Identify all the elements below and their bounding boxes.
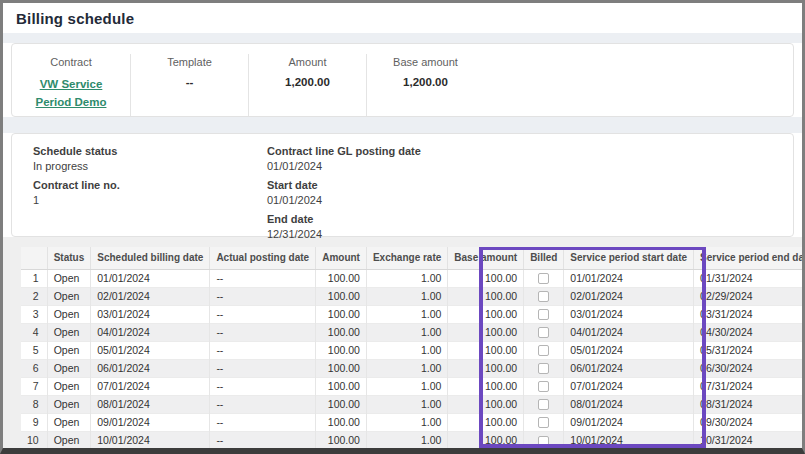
amount-cell[interactable]: 100.00 [316, 413, 367, 431]
billed-cell[interactable] [524, 395, 564, 413]
row-number-cell[interactable]: 6 [21, 359, 47, 377]
service-period-start-date-cell[interactable]: 07/01/2024 [564, 377, 694, 395]
status-cell[interactable]: Open [47, 341, 91, 359]
status-cell[interactable]: Open [47, 413, 91, 431]
base-amount-cell[interactable]: 100.00 [448, 323, 524, 341]
amount-cell[interactable]: 100.00 [316, 287, 367, 305]
service-period-end-date-cell[interactable]: 02/29/2024 [694, 287, 802, 305]
exchange-rate-cell[interactable]: 1.00 [366, 377, 447, 395]
billed-checkbox[interactable] [538, 381, 549, 392]
row-number-cell[interactable]: 8 [21, 395, 47, 413]
row-number-cell[interactable]: 1 [21, 269, 47, 287]
column-header-service-period-start-date[interactable]: Service period start date [564, 247, 694, 269]
exchange-rate-cell[interactable]: 1.00 [366, 341, 447, 359]
billed-cell[interactable] [524, 431, 564, 448]
base-amount-cell[interactable]: 100.00 [448, 287, 524, 305]
billed-checkbox[interactable] [538, 363, 549, 374]
actual-posting-date-cell[interactable]: -- [210, 395, 316, 413]
service-period-end-date-cell[interactable]: 08/31/2024 [694, 395, 802, 413]
service-period-end-date-cell[interactable]: 03/31/2024 [694, 305, 802, 323]
service-period-start-date-cell[interactable]: 10/01/2024 [564, 431, 694, 448]
base-amount-cell[interactable]: 100.00 [448, 395, 524, 413]
billed-cell[interactable] [524, 341, 564, 359]
billed-cell[interactable] [524, 269, 564, 287]
column-header-amount[interactable]: Amount [316, 247, 367, 269]
column-header-scheduled-billing-date[interactable]: Scheduled billing date [91, 247, 210, 269]
exchange-rate-cell[interactable]: 1.00 [366, 431, 447, 448]
amount-cell[interactable]: 100.00 [316, 305, 367, 323]
billed-checkbox[interactable] [538, 273, 549, 284]
column-header-base-amount[interactable]: Base amount [448, 247, 524, 269]
amount-cell[interactable]: 100.00 [316, 323, 367, 341]
billed-checkbox[interactable] [538, 345, 549, 356]
service-period-end-date-cell[interactable]: 01/31/2024 [694, 269, 802, 287]
actual-posting-date-cell[interactable]: -- [210, 323, 316, 341]
service-period-start-date-cell[interactable]: 06/01/2024 [564, 359, 694, 377]
exchange-rate-cell[interactable]: 1.00 [366, 323, 447, 341]
actual-posting-date-cell[interactable]: -- [210, 341, 316, 359]
billed-checkbox[interactable] [538, 417, 549, 428]
actual-posting-date-cell[interactable]: -- [210, 431, 316, 448]
exchange-rate-cell[interactable]: 1.00 [366, 359, 447, 377]
billed-cell[interactable] [524, 377, 564, 395]
table-row[interactable]: 9Open09/01/2024--100.001.00100.0009/01/2… [21, 413, 802, 431]
service-period-end-date-cell[interactable]: 07/31/2024 [694, 377, 802, 395]
column-header-actual-posting-date[interactable]: Actual posting date [210, 247, 316, 269]
row-number-cell[interactable]: 2 [21, 287, 47, 305]
column-header-service-period-end-date[interactable]: Service period end date [694, 247, 802, 269]
amount-cell[interactable]: 100.00 [316, 395, 367, 413]
column-header-billed[interactable]: Billed [524, 247, 564, 269]
actual-posting-date-cell[interactable]: -- [210, 305, 316, 323]
service-period-start-date-cell[interactable]: 08/01/2024 [564, 395, 694, 413]
amount-cell[interactable]: 100.00 [316, 359, 367, 377]
exchange-rate-cell[interactable]: 1.00 [366, 269, 447, 287]
scheduled-billing-date-cell[interactable]: 04/01/2024 [91, 323, 210, 341]
column-header-exchange-rate[interactable]: Exchange rate [366, 247, 447, 269]
table-row[interactable]: 10Open10/01/2024--100.001.00100.0010/01/… [21, 431, 802, 448]
row-number-cell[interactable]: 10 [21, 431, 47, 448]
status-cell[interactable]: Open [47, 305, 91, 323]
table-row[interactable]: 3Open03/01/2024--100.001.00100.0003/01/2… [21, 305, 802, 323]
contract-link[interactable]: VW Service Period Demo [28, 76, 114, 112]
service-period-start-date-cell[interactable]: 05/01/2024 [564, 341, 694, 359]
status-cell[interactable]: Open [47, 377, 91, 395]
exchange-rate-cell[interactable]: 1.00 [366, 395, 447, 413]
row-number-cell[interactable]: 3 [21, 305, 47, 323]
billed-checkbox[interactable] [538, 436, 549, 447]
actual-posting-date-cell[interactable]: -- [210, 413, 316, 431]
row-number-cell[interactable]: 9 [21, 413, 47, 431]
exchange-rate-cell[interactable]: 1.00 [366, 413, 447, 431]
table-row[interactable]: 1Open01/01/2024--100.001.00100.0001/01/2… [21, 269, 802, 287]
exchange-rate-cell[interactable]: 1.00 [366, 287, 447, 305]
status-cell[interactable]: Open [47, 269, 91, 287]
base-amount-cell[interactable]: 100.00 [448, 341, 524, 359]
billed-checkbox[interactable] [538, 327, 549, 338]
column-header-status[interactable]: Status [47, 247, 91, 269]
service-period-start-date-cell[interactable]: 01/01/2024 [564, 269, 694, 287]
actual-posting-date-cell[interactable]: -- [210, 359, 316, 377]
service-period-start-date-cell[interactable]: 09/01/2024 [564, 413, 694, 431]
exchange-rate-cell[interactable]: 1.00 [366, 305, 447, 323]
billed-cell[interactable] [524, 287, 564, 305]
scheduled-billing-date-cell[interactable]: 03/01/2024 [91, 305, 210, 323]
service-period-end-date-cell[interactable]: 05/31/2024 [694, 341, 802, 359]
service-period-start-date-cell[interactable]: 03/01/2024 [564, 305, 694, 323]
billed-checkbox[interactable] [538, 309, 549, 320]
status-cell[interactable]: Open [47, 395, 91, 413]
table-row[interactable]: 8Open08/01/2024--100.001.00100.0008/01/2… [21, 395, 802, 413]
scheduled-billing-date-cell[interactable]: 07/01/2024 [91, 377, 210, 395]
service-period-start-date-cell[interactable]: 02/01/2024 [564, 287, 694, 305]
row-number-cell[interactable]: 7 [21, 377, 47, 395]
actual-posting-date-cell[interactable]: -- [210, 269, 316, 287]
service-period-end-date-cell[interactable]: 10/31/2024 [694, 431, 802, 448]
service-period-start-date-cell[interactable]: 04/01/2024 [564, 323, 694, 341]
table-row[interactable]: 5Open05/01/2024--100.001.00100.0005/01/2… [21, 341, 802, 359]
scheduled-billing-date-cell[interactable]: 01/01/2024 [91, 269, 210, 287]
actual-posting-date-cell[interactable]: -- [210, 377, 316, 395]
base-amount-cell[interactable]: 100.00 [448, 359, 524, 377]
billed-cell[interactable] [524, 359, 564, 377]
status-cell[interactable]: Open [47, 359, 91, 377]
amount-cell[interactable]: 100.00 [316, 269, 367, 287]
billed-cell[interactable] [524, 323, 564, 341]
scheduled-billing-date-cell[interactable]: 09/01/2024 [91, 413, 210, 431]
